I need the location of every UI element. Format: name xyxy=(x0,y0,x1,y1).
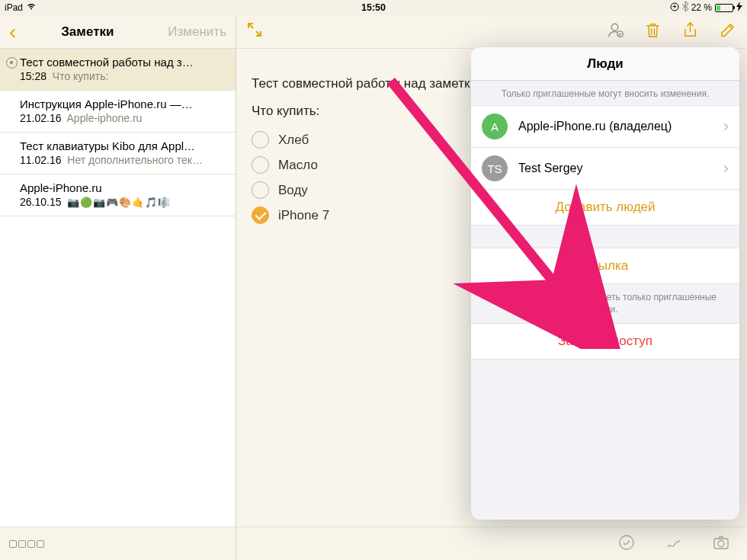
attachments-grid-button[interactable] xyxy=(9,540,44,548)
wifi-icon xyxy=(26,2,37,13)
content-footer xyxy=(236,526,747,560)
link-button[interactable]: Ссылка xyxy=(471,248,739,284)
camera-button[interactable] xyxy=(712,533,730,555)
checklist-button[interactable] xyxy=(617,533,636,555)
avatar: TS xyxy=(482,155,508,181)
compose-button[interactable] xyxy=(719,21,736,42)
add-people-button[interactable]: Добавить людей xyxy=(471,189,739,226)
battery-icon xyxy=(715,4,733,12)
svg-point-5 xyxy=(718,540,724,546)
checklist-label: Масло xyxy=(278,158,318,173)
status-time: 15:50 xyxy=(361,2,386,13)
content-toolbar xyxy=(236,15,747,49)
edit-button[interactable]: Изменить xyxy=(168,24,226,40)
popover-caption-mid: Доступ к заметке могут иметь только приг… xyxy=(471,283,739,323)
collaborate-button[interactable] xyxy=(607,21,624,42)
status-bar: iPad 15:50 22 % xyxy=(0,0,747,15)
note-title: Тест совместной работы над з… xyxy=(20,56,225,69)
status-left: iPad xyxy=(5,2,37,13)
share-popover: Люди Только приглашенные могут вносить и… xyxy=(471,47,739,520)
checkbox-icon[interactable] xyxy=(252,156,269,174)
note-subtitle: 26.10.15 📷🟢📷🎮🎨🤙🎵🎼 xyxy=(20,196,225,208)
person-row[interactable]: A Apple-iPhone.ru (владелец) › xyxy=(471,105,739,148)
sketch-button[interactable] xyxy=(665,533,683,555)
svg-point-1 xyxy=(611,24,618,30)
sidebar-title: Заметки xyxy=(7,24,168,40)
popover-title: Люди xyxy=(471,47,739,81)
trash-button[interactable] xyxy=(644,21,662,42)
battery-percent: 22 % xyxy=(691,2,712,13)
note-title: Тест клавиатуры Kibo для Appl… xyxy=(20,139,225,152)
note-title: Инструкция Apple-iPhone.ru —… xyxy=(20,98,225,110)
device-label: iPad xyxy=(5,2,23,13)
note-title: Apple-iPhone.ru xyxy=(20,181,225,194)
checkbox-icon[interactable] xyxy=(252,131,269,149)
notes-list: Тест совместной работы над з… 15:28 Что … xyxy=(0,49,236,526)
note-item[interactable]: Тест клавиатуры Kibo для Appl… 11.02.16 … xyxy=(0,133,236,174)
bluetooth-icon xyxy=(682,2,688,14)
sidebar-footer: 4 заметки xyxy=(0,526,236,560)
close-access-button[interactable]: Закрыть доступ xyxy=(471,323,739,360)
charging-icon xyxy=(736,2,742,14)
note-subtitle: 21.02.16 Apple-iphone.ru xyxy=(20,112,225,124)
checkbox-icon[interactable] xyxy=(252,181,269,199)
sidebar-header: ‹ Заметки Изменить xyxy=(0,15,236,49)
person-name: Apple-iPhone.ru (владелец) xyxy=(518,120,713,133)
svg-point-3 xyxy=(620,536,633,549)
note-subtitle: 11.02.16 Нет дополнительного тек… xyxy=(20,154,225,166)
expand-button[interactable] xyxy=(247,22,262,41)
status-right: 22 % xyxy=(670,2,742,14)
checkbox-icon[interactable] xyxy=(252,206,269,224)
checklist-label: iPhone 7 xyxy=(278,208,329,223)
notes-sidebar: ‹ Заметки Изменить Тест совместной работ… xyxy=(0,15,236,560)
note-subtitle: 15:28 Что купить: xyxy=(20,70,225,82)
note-item[interactable]: Инструкция Apple-iPhone.ru —… 21.02.16 A… xyxy=(0,91,236,133)
avatar: A xyxy=(482,114,508,139)
note-item[interactable]: Apple-iPhone.ru 26.10.15 📷🟢📷🎮🎨🤙🎵🎼 xyxy=(0,174,236,216)
chevron-right-icon: › xyxy=(723,117,729,136)
note-item[interactable]: Тест совместной работы над з… 15:28 Что … xyxy=(0,49,236,91)
checklist-label: Хлеб xyxy=(278,133,309,148)
person-name: Test Sergey xyxy=(518,162,713,175)
chevron-right-icon: › xyxy=(723,158,729,178)
checklist-label: Воду xyxy=(278,183,308,198)
popover-caption: Только приглашенные могут вносить измене… xyxy=(471,81,739,105)
person-row[interactable]: TS Test Sergey › xyxy=(471,147,739,190)
share-button[interactable] xyxy=(681,21,699,42)
sync-icon xyxy=(670,2,679,14)
